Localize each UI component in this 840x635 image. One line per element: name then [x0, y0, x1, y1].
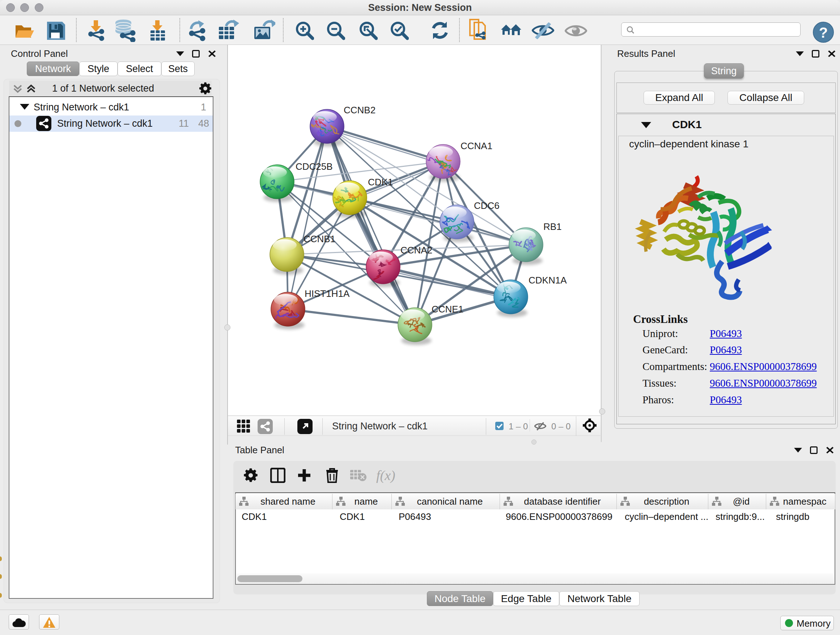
svg-text:CCNB2: CCNB2: [344, 105, 376, 116]
svg-text:CCNE1: CCNE1: [431, 304, 463, 315]
svg-text:CDKN1A: CDKN1A: [529, 275, 567, 286]
svg-text:HIST1H1A: HIST1H1A: [305, 288, 350, 299]
svg-text:RB1: RB1: [543, 221, 562, 232]
svg-text:CDC6: CDC6: [474, 200, 500, 211]
svg-text:CCNA2: CCNA2: [401, 245, 432, 256]
svg-text:CCNB1: CCNB1: [303, 233, 335, 244]
svg-text:CDC25B: CDC25B: [295, 161, 333, 172]
svg-text:CCNA1: CCNA1: [461, 141, 493, 151]
svg-text:CDK1: CDK1: [368, 177, 393, 187]
